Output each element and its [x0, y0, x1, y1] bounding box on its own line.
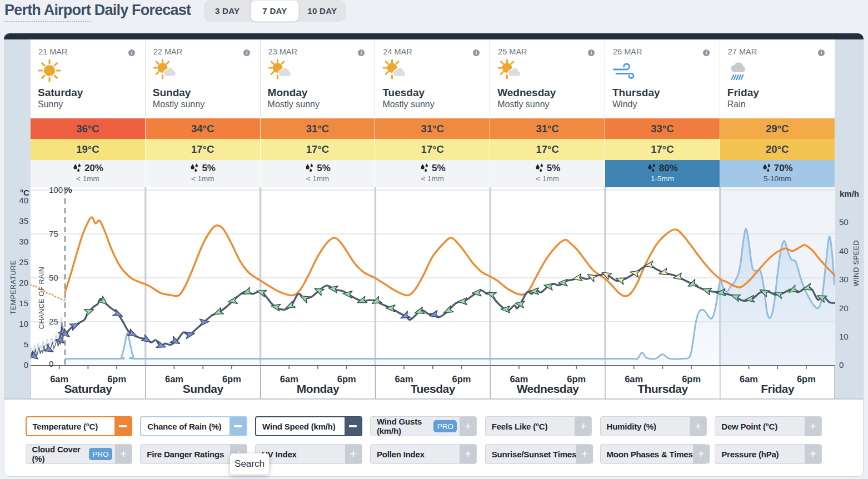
- svg-text:i: i: [705, 50, 707, 56]
- svg-text:25: 25: [49, 317, 58, 326]
- svg-text:i: i: [131, 50, 132, 56]
- svg-text:i: i: [820, 50, 822, 56]
- svg-text:Tuesday: Tuesday: [411, 382, 456, 395]
- svg-text:Saturday: Saturday: [64, 382, 112, 395]
- svg-text:i: i: [246, 50, 247, 56]
- svg-text:50: 50: [49, 273, 58, 282]
- svg-text:%: %: [64, 187, 72, 194]
- svg-text:i: i: [591, 50, 592, 56]
- svg-text:Friday: Friday: [761, 382, 795, 395]
- svg-text:6pm: 6pm: [797, 374, 816, 384]
- svg-text:6pm: 6pm: [337, 374, 356, 384]
- svg-text:CHANCE OF RAIN: CHANCE OF RAIN: [38, 267, 46, 330]
- svg-text:Monday: Monday: [297, 382, 340, 395]
- svg-text:Sunday: Sunday: [183, 382, 224, 395]
- svg-text:i: i: [361, 50, 362, 56]
- svg-text:100: 100: [49, 187, 63, 194]
- svg-text:6pm: 6pm: [222, 374, 241, 384]
- svg-text:Wednesday: Wednesday: [517, 382, 580, 395]
- svg-text:6am: 6am: [740, 374, 758, 384]
- svg-text:0: 0: [49, 359, 53, 368]
- svg-text:i: i: [476, 50, 477, 56]
- svg-text:Thursday: Thursday: [637, 382, 688, 395]
- svg-text:75: 75: [49, 229, 58, 238]
- svg-text:6am: 6am: [280, 374, 298, 384]
- svg-text:6am: 6am: [165, 374, 183, 384]
